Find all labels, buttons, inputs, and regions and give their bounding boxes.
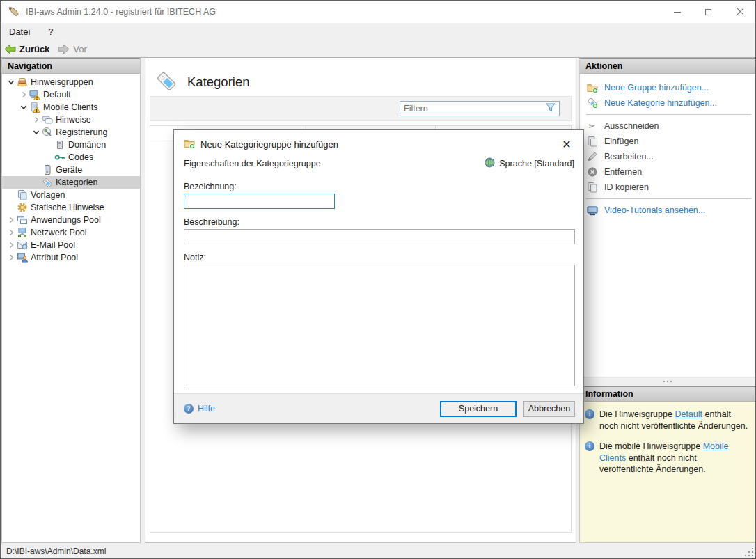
tree-item-kategorien[interactable]: Kategorien [2,176,140,189]
close-button[interactable] [724,1,755,23]
info-icon: i [585,409,594,419]
notiz-textarea[interactable] [184,265,575,386]
paste-icon [587,136,598,147]
tree-item-email-pool[interactable]: E-Mail Pool [2,239,140,251]
tree-item-vorlagen[interactable]: Vorlagen [2,189,140,201]
tree-item-anwendungs-pool[interactable]: Anwendungs Pool [2,214,140,226]
text-caret [187,196,187,206]
menu-item-datei[interactable]: Datei [9,26,30,37]
templates-icon [17,189,29,200]
help-icon: ? [184,404,194,414]
navigation-panel-header: Navigation [2,58,140,74]
splitter-grip-icon [663,381,665,382]
navigation-tree: Hinweisgruppen Default Mobile Clients Hi… [2,74,140,264]
filter-box [400,101,560,116]
chevron-right-icon[interactable] [6,252,17,263]
chevron-down-icon[interactable] [18,102,29,113]
tree-item-geraete[interactable]: Geräte [2,164,140,176]
chevron-down-icon[interactable] [31,127,42,138]
menu-item-help[interactable]: ? [48,26,53,37]
tree-item-codes[interactable]: Codes [2,151,140,164]
actions-separator [586,114,751,115]
gear-icon [17,202,29,213]
help-link[interactable]: ? Hilfe [184,404,215,414]
scissors-icon: ✂ [587,120,598,132]
action-ausschneiden[interactable]: ✂ Ausschneiden [580,118,755,134]
globe-icon [485,157,495,170]
beschreibung-input[interactable] [184,229,575,244]
action-neue-kategorie[interactable]: Neue Kategorie hinzufügen... [580,95,755,111]
window-title: IBI-aws Admin 1.24.0 - registriert für I… [26,7,216,17]
tree-item-domaenen[interactable]: Domänen [2,139,140,151]
action-einfuegen[interactable]: Einfügen [580,134,755,149]
close-icon [737,8,743,15]
filter-input[interactable] [404,104,546,113]
action-id-kopieren[interactable]: ID kopieren [580,180,755,195]
folder-add-icon [587,82,598,93]
chevron-down-icon[interactable] [6,77,17,88]
action-video-tutorials[interactable]: Video-Tutorials ansehen... [580,203,755,218]
remove-icon [587,166,598,178]
new-category-group-dialog: Neue Kategoriegruppe hinzufügen ✕ Eigens… [173,129,584,424]
attribute-pool-icon [17,252,29,263]
forward-arrow-icon [58,44,70,54]
information-panel: Information i Die Hinweisgruppe Default … [579,386,756,543]
filter-bar [150,96,572,121]
actions-panel: Aktionen Neue Gruppe hinzufügen... Neue … [579,58,756,377]
page-title: Kategorien [187,74,249,90]
link-default-group[interactable]: Default [675,409,702,419]
title-bar: IBI-aws Admin 1.24.0 - registriert für I… [1,1,755,23]
action-bearbeiten[interactable]: Bearbeiten... [580,149,755,164]
action-neue-gruppe[interactable]: Neue Gruppe hinzufügen... [580,80,755,95]
chevron-right-icon[interactable] [31,114,42,125]
app-logo-icon [8,6,20,18]
notiz-label: Notiz: [184,253,206,262]
maximize-icon [705,9,711,15]
filter-funnel-icon[interactable] [546,103,556,114]
tree-item-netzwerk-pool[interactable]: Netzwerk Pool [2,226,140,239]
chevron-right-icon[interactable] [18,89,29,100]
tree-item-default[interactable]: Default [2,88,140,101]
tree-item-hinweise[interactable]: Hinweise [2,113,140,126]
bezeichnung-input[interactable] [184,194,335,209]
kategorien-tag-icon [155,70,178,94]
minimize-button[interactable] [661,1,693,23]
tag-add-icon [587,97,598,109]
save-button[interactable]: Speichern [440,401,517,417]
resize-grip[interactable] [744,547,753,556]
bezeichnung-label: Bezeichnung: [184,182,237,191]
notice-groups-icon [17,77,29,88]
domain-server-icon [54,139,67,150]
app-pool-icon [17,214,29,226]
tree-item-statische-hinweise[interactable]: Statische Hinweise [2,201,140,214]
mobile-warning-icon [29,102,42,113]
action-entfernen[interactable]: Entfernen [580,164,755,180]
app-window: IBI-aws Admin 1.24.0 - registriert für I… [0,0,756,559]
back-button[interactable]: Zurück [4,44,49,54]
tree-item-hinweisgruppen[interactable]: Hinweisgruppen [2,76,140,88]
info-message-default: i Die Hinweisgruppe Default enthält noch… [585,409,751,432]
folder-add-icon [184,138,195,151]
chevron-right-icon[interactable] [6,239,17,251]
forward-button[interactable]: Vor [58,44,87,54]
actions-panel-header: Aktionen [580,58,755,74]
chevron-right-icon[interactable] [6,227,17,238]
email-pool-icon [17,239,29,251]
key-icon [54,152,67,163]
back-arrow-icon [4,44,16,54]
panel-splitter[interactable] [579,377,756,386]
tree-item-registrierung[interactable]: Registrierung [2,126,140,139]
chevron-right-icon[interactable] [6,214,17,226]
speech-bubbles-icon [42,114,54,125]
beschreibung-label: Beschreibung: [184,217,239,227]
language-selector[interactable]: Sprache [Standard] [485,157,574,170]
tree-item-mobile-clients[interactable]: Mobile Clients [2,101,140,113]
tag-icon [42,177,54,188]
cancel-button[interactable]: Abbrechen [523,401,575,417]
monitor-warning-icon [29,89,42,100]
nav-toolbar: Zurück Vor [1,40,755,58]
maximize-button[interactable] [693,1,724,23]
tree-item-attribut-pool[interactable]: Attribut Pool [2,251,140,264]
pencil-icon [587,151,598,162]
dialog-close-button[interactable]: ✕ [558,136,575,152]
